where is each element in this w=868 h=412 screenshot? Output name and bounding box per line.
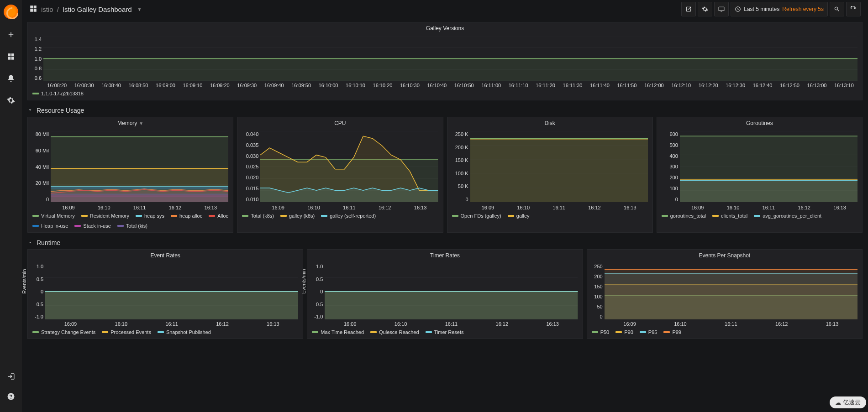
legend-item[interactable]: Alloc <box>209 213 228 219</box>
chart-memory: 80 Mil60 Mil40 Mil20 Mil016:0916:1016:11… <box>28 129 233 211</box>
breadcrumb[interactable]: istio / Istio Galley Dashboard ▼ <box>29 5 142 14</box>
legend-item[interactable]: Total (k8s) <box>242 213 274 219</box>
legend-disk: Open FDs (galley)galley <box>447 211 652 222</box>
panel-title: Events Per Snapshot <box>587 250 862 261</box>
panel-events-snapshot[interactable]: Events Per Snapshot 25020015010050016:09… <box>587 249 863 339</box>
panel-event-rates[interactable]: Event Rates Events/min 1.00.50-0.5-1.016… <box>27 249 303 339</box>
legend-item[interactable]: Max Time Reached <box>312 329 364 335</box>
legend-item[interactable]: P95 <box>640 329 658 335</box>
panel-title: Goroutines <box>657 117 862 129</box>
folder-name: istio <box>41 5 53 13</box>
legend-item[interactable]: heap sys <box>136 213 164 219</box>
create-icon[interactable] <box>0 26 22 44</box>
alerting-icon[interactable] <box>0 69 22 88</box>
panel-versions[interactable]: Galley Versions 1.41.21.00.80.616:08:201… <box>27 22 863 100</box>
refresh-label: Refresh every 5s <box>782 6 824 12</box>
time-range-label: Last 5 minutes <box>744 6 779 12</box>
legend-events-snapshot: P50P90P95P99 <box>587 328 862 339</box>
share-button[interactable] <box>681 2 696 16</box>
legend-versions: 1.1.0-17-g2b13318 <box>28 89 862 100</box>
y-axis-label: Events/min <box>21 269 27 293</box>
chart-disk: 250 K200 K150 K100 K50 K016:0916:1016:11… <box>447 129 652 211</box>
row-title: Runtime <box>37 239 60 246</box>
legend-item[interactable]: clients_total <box>712 213 747 219</box>
panel-title: Disk <box>447 117 652 129</box>
legend-memory: Virtual MemoryResident Memoryheap syshea… <box>28 211 233 232</box>
chevron-down-icon <box>27 107 33 114</box>
legend-item[interactable]: Heap in-use <box>32 223 68 229</box>
panel-title: Memory▼ <box>28 117 233 129</box>
time-picker[interactable]: Last 5 minutes Refresh every 5s <box>731 2 828 16</box>
legend-item[interactable]: P99 <box>663 329 681 335</box>
legend-item[interactable]: avg_goroutines_per_client <box>754 213 821 219</box>
row-resource-usage[interactable]: Resource Usage <box>27 104 863 117</box>
legend-item[interactable]: galley (self-reported) <box>321 213 376 219</box>
chart-versions: 1.41.21.00.80.616:08:2016:08:3016:08:401… <box>28 34 862 89</box>
cycle-view-button[interactable] <box>714 2 729 16</box>
chart-event-rates: Events/min 1.00.50-0.5-1.016:0916:1016:1… <box>28 261 303 328</box>
separator: / <box>57 5 59 13</box>
grafana-logo[interactable] <box>4 5 18 19</box>
legend-item[interactable]: Quiesce Reached <box>370 329 419 335</box>
panel-title: Timer Rates <box>307 250 582 261</box>
legend-item[interactable]: Timer Resets <box>426 329 464 335</box>
legend-timer-rates: Max Time ReachedQuiesce ReachedTimer Res… <box>307 328 582 339</box>
row-title: Resource Usage <box>37 107 84 114</box>
panel-goroutines[interactable]: Goroutines 600500400300200100016:0916:10… <box>657 117 863 233</box>
legend-cpu: Total (k8s)galley (k8s)galley (self-repo… <box>237 211 442 222</box>
clock-icon <box>735 6 741 12</box>
settings-button[interactable] <box>698 2 712 16</box>
legend-event-rates: Strategy Change EventsProcessed EventsSn… <box>28 328 303 339</box>
chevron-down-icon <box>27 239 33 246</box>
dashboard-icon <box>29 5 37 14</box>
panel-title: CPU <box>237 117 442 129</box>
legend-item[interactable]: goroutines_total <box>662 213 706 219</box>
legend-item[interactable]: heap alloc <box>171 213 202 219</box>
chart-goroutines: 600500400300200100016:0916:1016:1116:121… <box>657 129 862 211</box>
dashboards-icon[interactable] <box>0 47 22 66</box>
refresh-button[interactable] <box>846 2 861 16</box>
panel-timer-rates[interactable]: Timer Rates Events/min 1.00.50-0.5-1.016… <box>307 249 583 339</box>
panel-disk[interactable]: Disk 250 K200 K150 K100 K50 K016:0916:10… <box>447 117 653 233</box>
panel-cpu[interactable]: CPU 0.0400.0350.0300.0250.0200.0150.0101… <box>237 117 443 233</box>
legend-item[interactable]: Open FDs (galley) <box>452 213 501 219</box>
legend-item[interactable]: Stack in-use <box>74 223 111 229</box>
legend-item[interactable]: Total (kis) <box>117 223 147 229</box>
config-icon[interactable] <box>0 91 22 110</box>
zoom-out-button[interactable] <box>830 2 844 16</box>
legend-item[interactable]: galley (k8s) <box>280 213 315 219</box>
legend-item[interactable]: galley <box>508 213 530 219</box>
legend-item[interactable]: P90 <box>615 329 633 335</box>
chevron-down-icon: ▼ <box>137 7 142 12</box>
y-axis-label: Events/min <box>301 269 306 293</box>
legend-goroutines: goroutines_totalclients_totalavg_gorouti… <box>657 211 862 222</box>
chart-events-snapshot: 25020015010050016:0916:1016:1116:1216:13 <box>587 261 862 328</box>
panel-memory[interactable]: Memory▼ 80 Mil60 Mil40 Mil20 Mil016:0916… <box>27 117 233 233</box>
legend-item[interactable]: Processed Events <box>102 329 151 335</box>
sidebar <box>0 0 22 346</box>
legend-item[interactable]: Virtual Memory <box>32 213 75 219</box>
row-runtime[interactable]: Runtime <box>27 236 863 249</box>
legend-item[interactable]: Strategy Change Events <box>32 329 95 335</box>
legend-item[interactable]: Snapshot Published <box>158 329 211 335</box>
chart-timer-rates: Events/min 1.00.50-0.5-1.016:0916:1016:1… <box>307 261 582 328</box>
dashboard-title: Istio Galley Dashboard <box>63 5 132 13</box>
legend-item[interactable]: P50 <box>592 329 610 335</box>
legend-item[interactable]: Resident Memory <box>81 213 129 219</box>
legend-item[interactable]: 1.1.0-17-g2b13318 <box>32 91 84 96</box>
panel-title: Event Rates <box>28 250 303 261</box>
chart-cpu: 0.0400.0350.0300.0250.0200.0150.01016:09… <box>237 129 442 211</box>
panel-title: Galley Versions <box>28 22 862 34</box>
topbar: istio / Istio Galley Dashboard ▼ Last 5 … <box>22 0 868 18</box>
